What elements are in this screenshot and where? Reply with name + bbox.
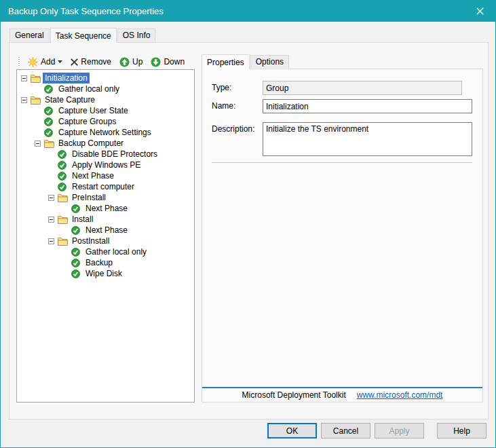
tree-item-label: State Capture xyxy=(43,94,97,105)
apply-button[interactable]: Apply xyxy=(375,423,424,438)
name-label: Name: xyxy=(212,99,263,113)
tree-item-label: PostInstall xyxy=(70,236,111,246)
folder-icon xyxy=(58,237,70,246)
tree-item-restart-computer[interactable]: Restart computer xyxy=(17,181,194,192)
mdt-website-link[interactable]: www.microsoft.com/mdt xyxy=(357,390,443,400)
title-bar: Backup Only Task Sequence Properties xyxy=(1,1,495,22)
move-up-button[interactable]: Up xyxy=(115,56,147,69)
remove-button[interactable]: Remove xyxy=(66,56,115,68)
folder-icon xyxy=(44,139,56,148)
success-check-icon xyxy=(71,204,83,213)
tree-item-postinstall[interactable]: PostInstall xyxy=(17,236,194,246)
tree-item-backup[interactable]: Backup xyxy=(17,257,194,268)
tree-item-label: PreInstall xyxy=(70,192,108,203)
tree-item-gather-local-only[interactable]: Gather local only xyxy=(17,246,194,257)
properties-form: Type: Name: Description: Initialize the … xyxy=(202,69,482,163)
tree-item-label: Backup Computer xyxy=(56,138,126,149)
description-field[interactable]: Initialize the TS environment xyxy=(263,122,472,156)
task-sequence-tab-page: Add Remove Up xyxy=(9,42,489,419)
tree-item-label: Apply Windows PE xyxy=(70,160,142,170)
success-check-icon xyxy=(44,128,56,137)
tree-item-label: Gather local only xyxy=(83,246,149,257)
success-check-icon xyxy=(58,183,70,191)
tree-item-state-capture[interactable]: State Capture xyxy=(17,94,194,105)
task-sequence-tree[interactable]: InitializationGather local onlyState Cap… xyxy=(16,69,195,403)
tree-item-capture-groups[interactable]: Capture Groups xyxy=(17,116,194,127)
tree-item-initialization[interactable]: Initialization xyxy=(17,73,194,83)
collapse-toggle-icon[interactable] xyxy=(35,141,41,147)
success-check-icon xyxy=(44,85,56,94)
add-dropdown-arrow-icon xyxy=(58,60,62,63)
tree-item-backup-computer[interactable]: Backup Computer xyxy=(17,138,194,149)
close-button[interactable] xyxy=(465,1,495,22)
tree-item-label: Restart computer xyxy=(70,181,136,192)
success-check-icon xyxy=(58,150,70,159)
detail-panel: Properties Options Type: Name: Descripti… xyxy=(202,54,483,403)
task-sequence-properties-dialog: Backup Only Task Sequence Properties Gen… xyxy=(0,0,496,448)
tab-properties[interactable]: Properties xyxy=(202,54,250,69)
name-field[interactable] xyxy=(263,99,472,113)
mdt-footer: Microsoft Deployment Toolkit www.microso… xyxy=(202,387,482,402)
up-button-label: Up xyxy=(132,57,142,67)
folder-icon xyxy=(31,74,43,83)
tree-item-label: Backup xyxy=(83,257,115,268)
up-arrow-icon xyxy=(119,57,130,67)
tree-toolbar: Add Remove Up xyxy=(16,54,195,69)
tree-item-label: Wipe Disk xyxy=(83,268,124,279)
tree-panel: Add Remove Up xyxy=(16,54,195,403)
success-check-icon xyxy=(71,248,83,257)
tree-item-gather-local-only[interactable]: Gather local only xyxy=(17,83,194,94)
tree-item-label: Capture User State xyxy=(56,105,130,116)
cancel-button[interactable]: Cancel xyxy=(321,423,370,438)
add-starburst-icon xyxy=(28,57,38,67)
collapse-toggle-icon[interactable] xyxy=(48,238,54,244)
tree-item-label: Capture Network Settings xyxy=(56,127,153,138)
help-button[interactable]: Help xyxy=(437,423,487,438)
tab-task-sequence[interactable]: Task Sequence xyxy=(50,28,117,43)
tree-item-label: Capture Groups xyxy=(56,116,118,127)
tab-general[interactable]: General xyxy=(9,29,50,41)
tree-item-capture-network-settings[interactable]: Capture Network Settings xyxy=(17,127,194,138)
add-button[interactable]: Add xyxy=(24,56,66,69)
success-check-icon xyxy=(71,259,83,267)
tree-item-label: Next Phase xyxy=(70,170,116,181)
tree-item-disable-bde-protectors[interactable]: Disable BDE Protectors xyxy=(17,149,194,160)
ok-button[interactable]: OK xyxy=(267,423,317,438)
folder-icon xyxy=(58,193,70,202)
tree-item-next-phase[interactable]: Next Phase xyxy=(17,203,194,214)
tree-item-capture-user-state[interactable]: Capture User State xyxy=(17,105,194,116)
remove-x-icon xyxy=(71,58,78,66)
success-check-icon xyxy=(71,269,83,278)
collapse-toggle-icon[interactable] xyxy=(48,217,54,223)
tree-item-wipe-disk[interactable]: Wipe Disk xyxy=(17,268,194,279)
success-check-icon xyxy=(44,117,56,126)
add-button-label: Add xyxy=(41,57,55,67)
description-label: Description: xyxy=(212,122,263,156)
tree-item-preinstall[interactable]: PreInstall xyxy=(17,192,194,203)
main-tabstrip: General Task Sequence OS Info xyxy=(9,28,156,43)
collapse-toggle-icon[interactable] xyxy=(21,97,27,103)
success-check-icon xyxy=(58,172,70,181)
move-down-button[interactable]: Down xyxy=(147,56,189,69)
tree-item-label: Next Phase xyxy=(83,225,130,236)
collapse-toggle-icon[interactable] xyxy=(21,75,27,81)
tree-item-label: Install xyxy=(70,214,95,225)
tab-options[interactable]: Options xyxy=(250,55,289,68)
tree-item-apply-windows-pe[interactable]: Apply Windows PE xyxy=(17,160,194,170)
tree-item-next-phase[interactable]: Next Phase xyxy=(17,225,194,236)
type-field[interactable] xyxy=(263,81,462,95)
success-check-icon xyxy=(58,161,70,170)
down-arrow-icon xyxy=(151,57,161,67)
tree-item-label: Gather local only xyxy=(56,83,121,94)
close-icon xyxy=(476,7,484,15)
dialog-button-bar: OK Cancel Apply Help xyxy=(263,423,487,438)
tree-item-install[interactable]: Install xyxy=(17,214,194,225)
tree-item-next-phase[interactable]: Next Phase xyxy=(17,170,194,181)
form-separator xyxy=(212,162,472,163)
properties-page: Type: Name: Description: Initialize the … xyxy=(202,69,483,403)
remove-button-label: Remove xyxy=(81,57,111,67)
tab-os-info[interactable]: OS Info xyxy=(117,29,156,41)
detail-tabstrip: Properties Options xyxy=(202,54,290,69)
mdt-brand-text: Microsoft Deployment Toolkit xyxy=(242,390,346,400)
collapse-toggle-icon[interactable] xyxy=(48,195,54,201)
